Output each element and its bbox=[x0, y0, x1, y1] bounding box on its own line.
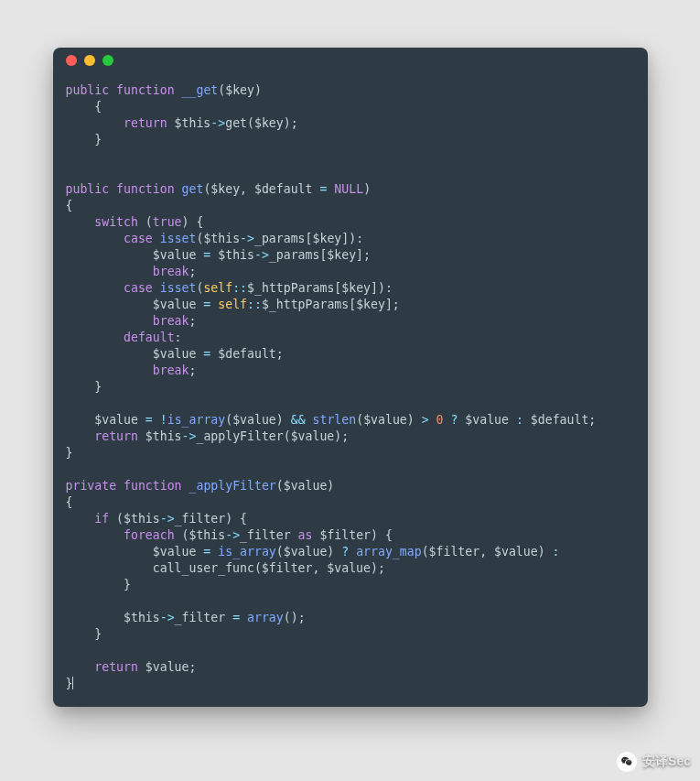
titlebar bbox=[53, 48, 648, 73]
maximize-icon[interactable] bbox=[102, 55, 113, 66]
wechat-icon bbox=[617, 752, 637, 772]
svg-point-2 bbox=[663, 699, 682, 717]
watermark-label: 安译Sec bbox=[642, 754, 691, 770]
svg-point-0 bbox=[622, 703, 677, 758]
stage: public function __get($key) { return $th… bbox=[0, 0, 700, 781]
svg-point-5 bbox=[594, 730, 605, 741]
code-block: public function __get($key) { return $th… bbox=[53, 73, 648, 707]
close-icon[interactable] bbox=[66, 55, 77, 66]
svg-point-1 bbox=[605, 704, 630, 730]
minimize-icon[interactable] bbox=[84, 55, 95, 66]
watermark: 安译Sec bbox=[617, 752, 691, 772]
code-window: public function __get($key) { return $th… bbox=[53, 48, 648, 707]
svg-point-6 bbox=[654, 685, 663, 694]
